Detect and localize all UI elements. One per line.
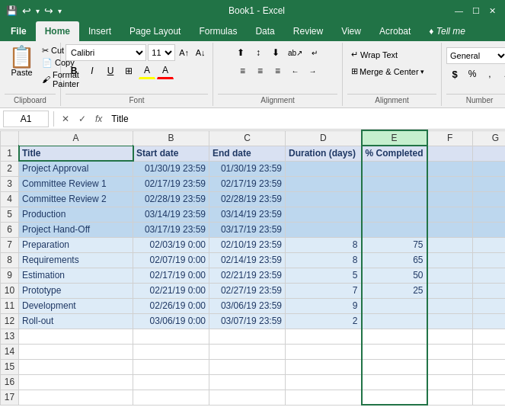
table-cell[interactable] [473, 329, 505, 344]
table-cell[interactable] [427, 222, 473, 237]
tab-view[interactable]: View [332, 21, 370, 41]
wrap-text-button[interactable]: ↵ [306, 44, 323, 61]
table-cell[interactable]: 02/10/19 23:59 [209, 237, 286, 252]
table-cell[interactable] [19, 390, 133, 405]
italic-button[interactable]: I [84, 63, 101, 79]
table-cell[interactable] [286, 374, 362, 390]
table-cell[interactable] [427, 161, 473, 176]
row-header-9[interactable]: 9 [1, 268, 19, 283]
table-cell[interactable] [473, 207, 505, 222]
cell-reference-input[interactable] [3, 111, 49, 127]
tab-page-layout[interactable]: Page Layout [120, 21, 190, 41]
table-cell[interactable] [209, 359, 286, 374]
table-cell[interactable]: Requirements [19, 252, 133, 268]
table-cell[interactable]: 50 [362, 268, 427, 283]
currency-button[interactable]: $ [446, 66, 463, 82]
row-header-14[interactable]: 14 [1, 344, 19, 359]
table-cell[interactable]: Development [19, 298, 133, 313]
table-cell[interactable]: 5 [286, 268, 362, 283]
align-top-button[interactable]: ⬆ [232, 44, 249, 61]
table-cell[interactable]: 03/14/19 23:59 [209, 207, 286, 222]
align-right-button[interactable]: ≡ [270, 63, 286, 79]
table-cell[interactable]: 8 [286, 252, 362, 268]
row-header-16[interactable]: 16 [1, 374, 19, 390]
row-header-5[interactable]: 5 [1, 207, 19, 222]
row-header-12[interactable]: 12 [1, 313, 19, 329]
table-cell[interactable]: 02/03/19 0:00 [133, 237, 209, 252]
table-cell[interactable]: 03/14/19 23:59 [133, 207, 209, 222]
table-cell[interactable] [427, 207, 473, 222]
table-cell[interactable]: Committee Review 1 [19, 176, 133, 191]
table-cell[interactable] [473, 176, 505, 191]
col-header-b[interactable]: B [133, 130, 209, 146]
confirm-formula-button[interactable]: ✓ [75, 113, 89, 125]
minimize-button[interactable]: — [452, 6, 466, 15]
table-cell[interactable] [473, 344, 505, 359]
col-header-c[interactable]: C [209, 130, 286, 146]
table-cell[interactable] [427, 237, 473, 252]
table-cell[interactable]: 02/27/19 23:59 [209, 283, 286, 298]
table-cell[interactable] [362, 344, 427, 359]
number-format-select[interactable]: General [446, 47, 505, 64]
row-header-3[interactable]: 3 [1, 176, 19, 191]
table-cell[interactable] [286, 329, 362, 344]
table-cell[interactable] [427, 359, 473, 374]
maximize-button[interactable]: ☐ [469, 6, 483, 16]
table-cell[interactable] [286, 390, 362, 405]
table-cell[interactable] [473, 298, 505, 313]
cancel-formula-button[interactable]: ✕ [59, 113, 72, 125]
table-cell[interactable] [427, 191, 473, 207]
row-header-4[interactable]: 4 [1, 191, 19, 207]
table-cell[interactable]: 75 [362, 237, 427, 252]
table-cell[interactable]: 03/06/19 0:00 [133, 313, 209, 329]
table-cell[interactable] [133, 390, 209, 405]
table-cell[interactable]: Project Approval [19, 161, 133, 176]
underline-button[interactable]: U [102, 63, 119, 79]
table-cell[interactable]: 03/17/19 23:59 [133, 222, 209, 237]
row-header-8[interactable]: 8 [1, 252, 19, 268]
redo-icon[interactable]: ↪ [44, 5, 53, 17]
increase-font-button[interactable]: A↑ [177, 44, 192, 61]
table-cell[interactable]: Committee Review 2 [19, 191, 133, 207]
table-cell[interactable] [286, 207, 362, 222]
table-cell[interactable] [427, 374, 473, 390]
table-cell[interactable] [427, 329, 473, 344]
table-cell[interactable]: Start date [133, 146, 209, 161]
row-header-6[interactable]: 6 [1, 222, 19, 237]
table-cell[interactable] [427, 298, 473, 313]
paste-button[interactable]: 📋 Paste [5, 44, 39, 79]
table-cell[interactable] [209, 390, 286, 405]
table-cell[interactable]: 02/28/19 23:59 [133, 191, 209, 207]
table-cell[interactable] [286, 161, 362, 176]
table-cell[interactable] [427, 176, 473, 191]
merge-center-button[interactable]: ⊞ Merge & Center ▾ [347, 64, 428, 79]
table-cell[interactable] [362, 207, 427, 222]
table-cell[interactable] [362, 298, 427, 313]
table-cell[interactable] [473, 283, 505, 298]
table-cell[interactable] [473, 374, 505, 390]
table-cell[interactable]: 03/07/19 23:59 [209, 313, 286, 329]
table-cell[interactable]: 02/07/19 0:00 [133, 252, 209, 268]
undo-icon[interactable]: ↩ [22, 5, 31, 17]
table-cell[interactable] [209, 344, 286, 359]
row-header-10[interactable]: 10 [1, 283, 19, 298]
table-cell[interactable]: Prototype [19, 283, 133, 298]
table-cell[interactable]: 02/21/19 23:59 [209, 268, 286, 283]
align-middle-button[interactable]: ↕ [250, 44, 267, 61]
font-color-button[interactable]: A [157, 63, 174, 79]
align-left-button[interactable]: ≡ [235, 63, 251, 79]
decrease-font-button[interactable]: A↓ [193, 44, 208, 61]
table-cell[interactable]: 2 [286, 313, 362, 329]
table-cell[interactable] [19, 329, 133, 344]
table-cell[interactable] [362, 329, 427, 344]
col-header-g[interactable]: G [473, 130, 505, 146]
table-cell[interactable] [19, 359, 133, 374]
table-cell[interactable]: Preparation [19, 237, 133, 252]
table-cell[interactable] [427, 283, 473, 298]
table-cell[interactable] [473, 252, 505, 268]
table-cell[interactable] [362, 313, 427, 329]
table-cell[interactable]: Estimation [19, 268, 133, 283]
table-cell[interactable]: 03/17/19 23:59 [209, 222, 286, 237]
table-cell[interactable]: End date [209, 146, 286, 161]
save-icon[interactable]: 💾 [6, 5, 18, 16]
